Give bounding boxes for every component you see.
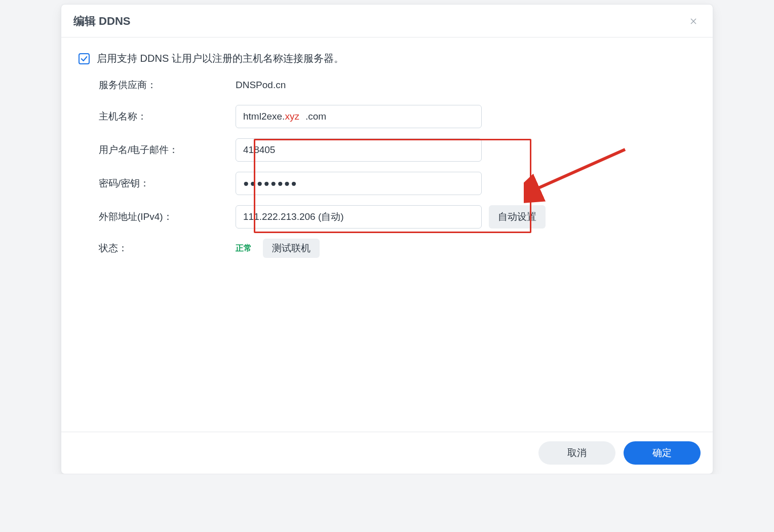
external-ip-label: 外部地址(IPv4)： — [79, 210, 236, 223]
username-row: 用户名/电子邮件： — [79, 138, 695, 162]
hostname-label: 主机名称： — [79, 110, 236, 123]
enable-ddns-label: 启用支持 DDNS 让用户以注册的主机名称连接服务器。 — [97, 52, 344, 65]
provider-label: 服务供应商： — [79, 79, 236, 92]
test-connection-button[interactable]: 测试联机 — [263, 239, 320, 258]
status-label: 状态： — [79, 242, 236, 255]
username-label: 用户名/电子邮件： — [79, 143, 236, 157]
password-input[interactable]: ●●●●●●●● — [236, 172, 482, 195]
username-input[interactable] — [236, 138, 482, 162]
edit-ddns-dialog: 编辑 DDNS 启用支持 DDNS 让用户以注册的主机名称连接服务器。 服务供应… — [61, 4, 713, 474]
close-button[interactable] — [686, 14, 701, 28]
external-ip-input[interactable] — [236, 205, 482, 229]
enable-ddns-row: 启用支持 DDNS 让用户以注册的主机名称连接服务器。 — [79, 52, 695, 65]
close-icon — [689, 17, 698, 26]
hostname-input[interactable]: html2exe. xyz .com — [236, 105, 482, 128]
password-mask: ●●●●●●●● — [243, 178, 298, 189]
external-ip-row: 外部地址(IPv4)： 自动设置 — [79, 205, 695, 229]
dialog-header: 编辑 DDNS — [61, 5, 713, 37]
status-row: 状态： 正常 测试联机 — [79, 239, 695, 258]
hostname-value: html2exe. xyz .com — [243, 111, 326, 122]
hostname-prefix: html2exe. — [243, 111, 285, 122]
password-label: 密码/密钥： — [79, 177, 236, 190]
status-value: 正常 — [236, 243, 252, 254]
provider-value: DNSPod.cn — [236, 80, 286, 91]
ok-button[interactable]: 确定 — [624, 441, 701, 465]
provider-row: 服务供应商： DNSPod.cn — [79, 79, 695, 92]
dialog-footer: 取消 确定 — [61, 432, 713, 474]
auto-set-button[interactable]: 自动设置 — [489, 205, 546, 229]
check-icon — [80, 55, 88, 63]
dialog-body: 启用支持 DDNS 让用户以注册的主机名称连接服务器。 服务供应商： DNSPo… — [61, 37, 713, 432]
hostname-row: 主机名称： html2exe. xyz .com — [79, 105, 695, 128]
dialog-title: 编辑 DDNS — [73, 14, 130, 29]
password-row: 密码/密钥： ●●●●●●●● — [79, 172, 695, 195]
hostname-censored: xyz — [285, 111, 299, 122]
enable-ddns-checkbox[interactable] — [79, 53, 90, 64]
cancel-button[interactable]: 取消 — [538, 441, 615, 465]
hostname-suffix: .com — [305, 111, 326, 122]
